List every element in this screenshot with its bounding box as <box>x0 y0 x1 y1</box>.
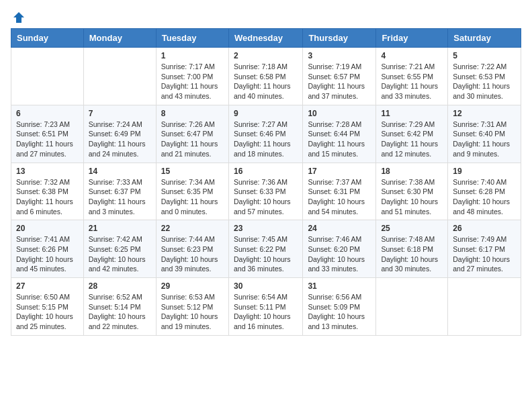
day-number: 30 <box>234 281 298 291</box>
calendar-cell: 22Sunrise: 7:44 AM Sunset: 6:23 PM Dayli… <box>156 220 228 278</box>
cell-content: Sunrise: 7:19 AM Sunset: 6:57 PM Dayligh… <box>308 62 371 101</box>
calendar-table: SundayMondayTuesdayWednesdayThursdayFrid… <box>11 28 521 336</box>
calendar-cell: 2Sunrise: 7:18 AM Sunset: 6:58 PM Daylig… <box>228 48 302 105</box>
calendar-cell: 10Sunrise: 7:28 AM Sunset: 6:44 PM Dayli… <box>303 105 376 163</box>
calendar-cell <box>376 278 448 336</box>
calendar-cell: 14Sunrise: 7:33 AM Sunset: 6:37 PM Dayli… <box>83 163 156 220</box>
calendar-week-row: 6Sunrise: 7:23 AM Sunset: 6:51 PM Daylig… <box>11 105 521 163</box>
calendar-cell: 6Sunrise: 7:23 AM Sunset: 6:51 PM Daylig… <box>11 105 84 163</box>
day-number: 2 <box>234 51 298 60</box>
weekday-header: Thursday <box>303 29 376 48</box>
calendar-cell: 21Sunrise: 7:42 AM Sunset: 6:25 PM Dayli… <box>83 220 156 278</box>
svg-marker-0 <box>13 12 24 23</box>
calendar-cell: 24Sunrise: 7:46 AM Sunset: 6:20 PM Dayli… <box>303 220 376 278</box>
cell-content: Sunrise: 7:44 AM Sunset: 6:23 PM Dayligh… <box>161 234 224 274</box>
calendar-cell: 23Sunrise: 7:45 AM Sunset: 6:22 PM Dayli… <box>228 220 302 278</box>
day-number: 25 <box>381 224 443 233</box>
cell-content: Sunrise: 7:24 AM Sunset: 6:49 PM Dayligh… <box>89 120 151 159</box>
calendar-cell: 7Sunrise: 7:24 AM Sunset: 6:49 PM Daylig… <box>83 105 156 163</box>
logo-icon <box>12 11 26 24</box>
day-number: 19 <box>453 167 516 176</box>
calendar-cell: 16Sunrise: 7:36 AM Sunset: 6:33 PM Dayli… <box>228 163 302 220</box>
calendar-week-row: 27Sunrise: 6:50 AM Sunset: 5:15 PM Dayli… <box>11 278 521 336</box>
day-number: 4 <box>381 51 443 60</box>
calendar-week-row: 20Sunrise: 7:41 AM Sunset: 6:26 PM Dayli… <box>11 220 521 278</box>
cell-content: Sunrise: 7:23 AM Sunset: 6:51 PM Dayligh… <box>16 120 79 159</box>
cell-content: Sunrise: 7:49 AM Sunset: 6:17 PM Dayligh… <box>453 234 516 274</box>
day-number: 10 <box>308 109 371 118</box>
calendar-cell <box>83 48 156 105</box>
cell-content: Sunrise: 7:46 AM Sunset: 6:20 PM Dayligh… <box>308 234 371 274</box>
cell-content: Sunrise: 7:48 AM Sunset: 6:18 PM Dayligh… <box>381 234 443 274</box>
calendar-cell: 20Sunrise: 7:41 AM Sunset: 6:26 PM Dayli… <box>11 220 84 278</box>
day-number: 15 <box>161 167 224 176</box>
calendar-cell: 29Sunrise: 6:53 AM Sunset: 5:12 PM Dayli… <box>156 278 228 336</box>
calendar-cell <box>448 278 521 336</box>
calendar-cell: 19Sunrise: 7:40 AM Sunset: 6:28 PM Dayli… <box>448 163 521 220</box>
calendar-cell: 27Sunrise: 6:50 AM Sunset: 5:15 PM Dayli… <box>11 278 84 336</box>
weekday-header: Wednesday <box>228 29 302 48</box>
cell-content: Sunrise: 7:28 AM Sunset: 6:44 PM Dayligh… <box>308 120 371 159</box>
day-number: 9 <box>234 109 298 118</box>
page-header <box>11 11 521 21</box>
day-number: 29 <box>161 281 224 291</box>
day-number: 31 <box>308 281 371 291</box>
cell-content: Sunrise: 6:52 AM Sunset: 5:14 PM Dayligh… <box>89 292 151 332</box>
day-number: 21 <box>89 224 151 233</box>
weekday-header: Tuesday <box>156 29 228 48</box>
cell-content: Sunrise: 7:34 AM Sunset: 6:35 PM Dayligh… <box>161 177 224 217</box>
cell-content: Sunrise: 7:41 AM Sunset: 6:26 PM Dayligh… <box>16 234 79 274</box>
day-number: 27 <box>16 281 79 291</box>
calendar-cell: 12Sunrise: 7:31 AM Sunset: 6:40 PM Dayli… <box>448 105 521 163</box>
day-number: 14 <box>89 167 151 176</box>
logo <box>11 11 26 21</box>
calendar-header-row: SundayMondayTuesdayWednesdayThursdayFrid… <box>11 29 521 48</box>
cell-content: Sunrise: 6:50 AM Sunset: 5:15 PM Dayligh… <box>16 292 79 332</box>
day-number: 7 <box>89 109 151 118</box>
cell-content: Sunrise: 7:37 AM Sunset: 6:31 PM Dayligh… <box>308 177 371 217</box>
calendar-cell: 8Sunrise: 7:26 AM Sunset: 6:47 PM Daylig… <box>156 105 228 163</box>
cell-content: Sunrise: 7:38 AM Sunset: 6:30 PM Dayligh… <box>381 177 443 217</box>
calendar-cell: 25Sunrise: 7:48 AM Sunset: 6:18 PM Dayli… <box>376 220 448 278</box>
calendar-cell: 9Sunrise: 7:27 AM Sunset: 6:46 PM Daylig… <box>228 105 302 163</box>
day-number: 20 <box>16 224 79 233</box>
calendar-cell: 31Sunrise: 6:56 AM Sunset: 5:09 PM Dayli… <box>303 278 376 336</box>
cell-content: Sunrise: 7:31 AM Sunset: 6:40 PM Dayligh… <box>453 120 516 159</box>
cell-content: Sunrise: 7:32 AM Sunset: 6:38 PM Dayligh… <box>16 177 79 217</box>
day-number: 3 <box>308 51 371 60</box>
day-number: 13 <box>16 167 79 176</box>
calendar-cell: 11Sunrise: 7:29 AM Sunset: 6:42 PM Dayli… <box>376 105 448 163</box>
cell-content: Sunrise: 7:45 AM Sunset: 6:22 PM Dayligh… <box>234 234 298 274</box>
weekday-header: Sunday <box>11 29 84 48</box>
cell-content: Sunrise: 7:18 AM Sunset: 6:58 PM Dayligh… <box>234 62 298 101</box>
cell-content: Sunrise: 6:53 AM Sunset: 5:12 PM Dayligh… <box>161 292 224 332</box>
cell-content: Sunrise: 7:26 AM Sunset: 6:47 PM Dayligh… <box>161 120 224 159</box>
calendar-cell: 5Sunrise: 7:22 AM Sunset: 6:53 PM Daylig… <box>448 48 521 105</box>
cell-content: Sunrise: 7:40 AM Sunset: 6:28 PM Dayligh… <box>453 177 516 217</box>
calendar-cell: 30Sunrise: 6:54 AM Sunset: 5:11 PM Dayli… <box>228 278 302 336</box>
cell-content: Sunrise: 7:17 AM Sunset: 7:00 PM Dayligh… <box>161 62 224 101</box>
day-number: 5 <box>453 51 516 60</box>
day-number: 26 <box>453 224 516 233</box>
day-number: 12 <box>453 109 516 118</box>
day-number: 6 <box>16 109 79 118</box>
cell-content: Sunrise: 7:42 AM Sunset: 6:25 PM Dayligh… <box>89 234 151 274</box>
day-number: 18 <box>381 167 443 176</box>
calendar-cell: 4Sunrise: 7:21 AM Sunset: 6:55 PM Daylig… <box>376 48 448 105</box>
day-number: 16 <box>234 167 298 176</box>
day-number: 17 <box>308 167 371 176</box>
cell-content: Sunrise: 7:21 AM Sunset: 6:55 PM Dayligh… <box>381 62 443 101</box>
cell-content: Sunrise: 7:29 AM Sunset: 6:42 PM Dayligh… <box>381 120 443 159</box>
day-number: 1 <box>161 51 224 60</box>
day-number: 11 <box>381 109 443 118</box>
cell-content: Sunrise: 7:27 AM Sunset: 6:46 PM Dayligh… <box>234 120 298 159</box>
day-number: 22 <box>161 224 224 233</box>
cell-content: Sunrise: 7:33 AM Sunset: 6:37 PM Dayligh… <box>89 177 151 217</box>
day-number: 24 <box>308 224 371 233</box>
day-number: 23 <box>234 224 298 233</box>
day-number: 28 <box>89 281 151 291</box>
weekday-header: Friday <box>376 29 448 48</box>
cell-content: Sunrise: 6:56 AM Sunset: 5:09 PM Dayligh… <box>308 292 371 332</box>
calendar-cell: 28Sunrise: 6:52 AM Sunset: 5:14 PM Dayli… <box>83 278 156 336</box>
weekday-header: Saturday <box>448 29 521 48</box>
